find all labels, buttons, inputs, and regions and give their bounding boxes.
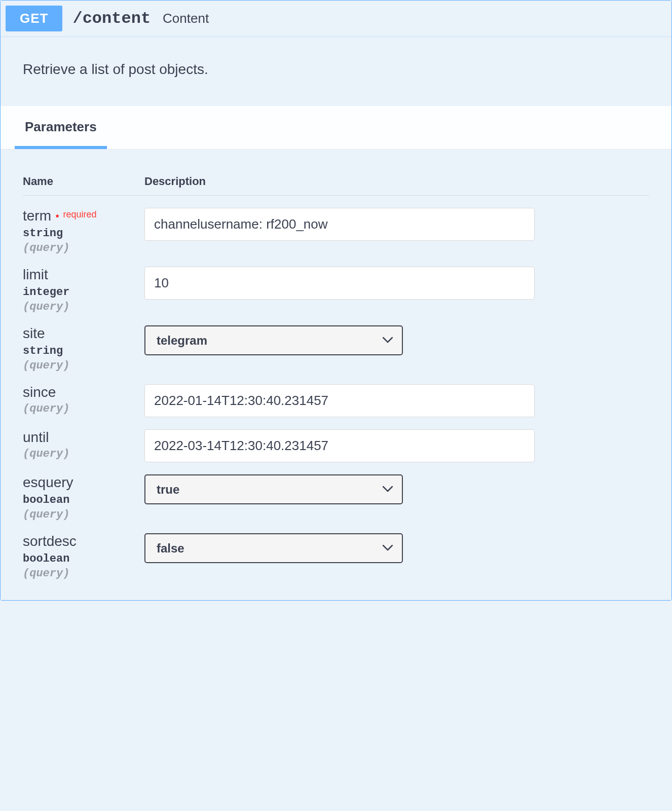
esquery-select-wrap: true [144, 474, 403, 504]
param-in: (query) [23, 242, 144, 254]
param-row-sortdesc: sortdesc boolean (query) false [23, 521, 649, 580]
esquery-select[interactable]: true [144, 474, 403, 504]
param-in: (query) [23, 448, 144, 460]
param-name-col: term * required string (query) [23, 208, 144, 254]
param-desc-col [144, 384, 535, 417]
param-name-col: site string (query) [23, 325, 144, 372]
param-desc-col: false [144, 533, 535, 563]
param-type: string [23, 227, 144, 240]
until-input[interactable] [144, 429, 535, 462]
param-name-col: since (query) [23, 384, 144, 415]
col-header-description: Description [144, 175, 206, 188]
col-header-name: Name [23, 175, 144, 188]
site-select[interactable]: telegram [144, 325, 403, 355]
param-type: string [23, 345, 144, 357]
param-type: boolean [23, 552, 144, 565]
param-desc-col [144, 429, 535, 462]
param-in: (query) [23, 301, 144, 313]
param-name-col: until (query) [23, 429, 144, 460]
param-name: limit [23, 267, 144, 283]
param-row-until: until (query) [23, 417, 649, 462]
operation-block: GET /content Content Retrieve a list of … [0, 0, 672, 601]
tabs-bar: Parameters [1, 106, 671, 150]
param-row-term: term * required string (query) [23, 196, 649, 254]
since-input[interactable] [144, 384, 535, 417]
param-in: (query) [23, 402, 144, 415]
param-type: boolean [23, 494, 144, 506]
param-name-col: sortdesc boolean (query) [23, 533, 144, 580]
param-desc-col [144, 267, 535, 300]
parameters-section: Name Description term * required string … [1, 150, 671, 600]
site-select-wrap: telegram [144, 325, 403, 355]
limit-input[interactable] [144, 267, 535, 300]
param-name: since [23, 384, 144, 400]
param-row-since: since (query) [23, 372, 649, 417]
param-name-line: term * required [23, 208, 144, 224]
param-name: sortdesc [23, 533, 144, 549]
param-name: term [23, 208, 51, 224]
param-name: until [23, 429, 144, 446]
param-name: site [23, 325, 144, 342]
sortdesc-select-wrap: false [144, 533, 403, 563]
param-row-limit: limit integer (query) [23, 254, 649, 313]
operation-description: Retrieve a list of post objects. [1, 36, 671, 106]
param-name: esquery [23, 474, 144, 491]
required-star: * [53, 213, 59, 222]
param-name-col: esquery boolean (query) [23, 474, 144, 521]
param-desc-col: telegram [144, 325, 535, 355]
sortdesc-select[interactable]: false [144, 533, 403, 563]
param-row-esquery: esquery boolean (query) true [23, 462, 649, 521]
param-row-site: site string (query) telegram [23, 313, 649, 372]
required-label: required [63, 209, 97, 219]
term-input[interactable] [144, 208, 535, 241]
parameters-table-header: Name Description [23, 159, 649, 196]
method-badge: GET [6, 6, 62, 31]
param-desc-col: true [144, 474, 535, 504]
operation-summary: Content [163, 11, 209, 26]
param-in: (query) [23, 567, 144, 580]
param-in: (query) [23, 508, 144, 521]
param-type: integer [23, 286, 144, 299]
param-name-col: limit integer (query) [23, 267, 144, 313]
operation-path: /content [72, 9, 151, 28]
param-desc-col [144, 208, 535, 241]
param-in: (query) [23, 359, 144, 372]
operation-header[interactable]: GET /content Content [1, 1, 671, 36]
tab-parameters[interactable]: Parameters [15, 106, 107, 149]
